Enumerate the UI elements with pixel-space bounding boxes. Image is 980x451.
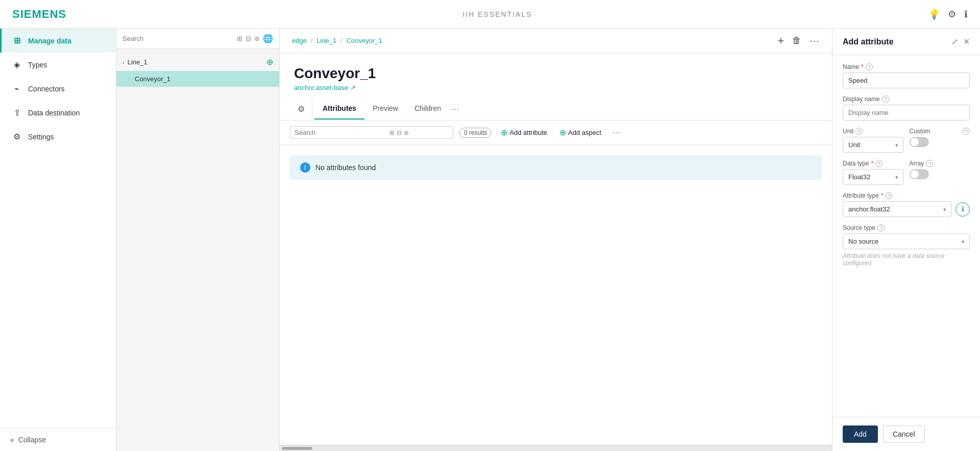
tab-preview[interactable]: Preview	[364, 98, 406, 120]
add-attribute-button[interactable]: ⊕ Add attribute	[498, 126, 550, 139]
collapse-cols-icon: ⊟	[397, 129, 402, 136]
add-aspect-button[interactable]: ⊕ Add aspect	[556, 126, 604, 139]
form-section: Name * ? Display name ? Unit	[832, 55, 980, 275]
attr-type-select-wrap: anchor.float32 anchor.int32 anchor.strin…	[843, 201, 951, 217]
breadcrumb-line1[interactable]: Line_1	[316, 37, 336, 44]
unit-custom-row: Unit ? Unit ▾ Custom ?	[843, 128, 970, 153]
tree-item-line1[interactable]: ‹ Line_1 ⊕	[116, 53, 279, 71]
asset-subtitle[interactable]: anchor.asset-base ↗	[294, 84, 818, 91]
plus-icon-2: ⊕	[559, 128, 566, 137]
datatype-field-row: Data type * ? Float32 Int32 String Bool …	[843, 160, 903, 185]
collapse-icon[interactable]: ⊟	[246, 35, 251, 42]
settings-icon[interactable]: ⚙	[948, 9, 956, 20]
unit-select[interactable]: Unit	[843, 137, 903, 153]
unit-help-icon[interactable]: ?	[855, 128, 863, 135]
topbar-icons: 💡 ⚙ ℹ	[928, 9, 968, 20]
sidebar-item-connectors[interactable]: ⌁ Connectors	[0, 77, 116, 101]
sidebar-label-settings: Settings	[28, 133, 54, 141]
datatype-select[interactable]: Float32 Int32 String Bool Double	[843, 169, 903, 185]
attr-type-select[interactable]: anchor.float32 anchor.int32 anchor.strin…	[843, 201, 951, 217]
source-type-field-row: Source type ? No source Connector Rule ▾…	[843, 224, 970, 267]
panel-cancel-button[interactable]: Cancel	[883, 425, 925, 443]
datatype-required: *	[871, 160, 873, 167]
attributes-toolbar: ⊞ ⊟ ⊛ 0 results ⊕ Add attribute ⊕ Add as…	[280, 121, 832, 145]
attr-search-input[interactable]	[295, 129, 386, 136]
chevron-icon: ‹	[122, 59, 125, 65]
name-help-icon[interactable]: ?	[866, 63, 873, 70]
tree-item-label: Line_1	[128, 58, 148, 66]
asset-header: Conveyor_1 anchor.asset-base ↗	[280, 53, 832, 98]
sidebar-label-manage-data: Manage data	[28, 37, 71, 45]
display-name-label: Display name ?	[843, 96, 970, 103]
scrollbar-handle[interactable]	[282, 447, 312, 450]
tree-search-icons: ⊞ ⊟ ⊛	[237, 35, 260, 42]
array-help-icon[interactable]: ?	[926, 160, 933, 167]
tab-gear-icon[interactable]: ⚙	[290, 98, 312, 120]
custom-toggle[interactable]	[910, 137, 929, 147]
more-options-button[interactable]: ···	[810, 35, 820, 46]
tab-children[interactable]: Children	[406, 98, 449, 120]
sidebar-item-manage-data[interactable]: ⊞ Manage data	[0, 29, 116, 53]
tree-items: ‹ Line_1 ⊕ Conveyor_1	[116, 49, 279, 451]
chevron-left-icon: «	[10, 436, 14, 444]
unit-label: Unit ?	[843, 128, 903, 135]
sidebar-item-types[interactable]: ◈ Types	[0, 53, 116, 77]
breadcrumb-edge[interactable]: edge	[292, 37, 307, 44]
sidebar-collapse-button[interactable]: « Collapse	[0, 428, 116, 451]
unit-select-wrap: Unit ▾	[843, 137, 903, 153]
custom-toggle-slider	[910, 137, 929, 147]
filter-icon[interactable]: ⊛	[254, 35, 260, 42]
breadcrumb-conveyor1[interactable]: Conveyor_1	[347, 37, 382, 44]
data-destination-icon: ⇪	[12, 108, 22, 117]
custom-help-icon[interactable]: ?	[963, 128, 970, 135]
datatype-label: Data type * ?	[843, 160, 903, 167]
expand-panel-icon[interactable]: ⤢	[951, 37, 958, 46]
lightbulb-icon[interactable]: 💡	[928, 9, 940, 20]
tree-search-input[interactable]	[122, 35, 234, 42]
name-required: *	[861, 63, 864, 70]
tree-add-icon[interactable]: ⊕	[266, 57, 273, 67]
tab-attributes[interactable]: Attributes	[314, 98, 364, 120]
toolbar-more-button[interactable]: ···	[612, 127, 620, 138]
display-name-help-icon[interactable]: ?	[882, 96, 889, 103]
delete-button[interactable]: 🗑	[792, 35, 801, 46]
globe-icon[interactable]: 🌐	[263, 34, 273, 43]
display-name-input[interactable]	[843, 105, 970, 121]
datatype-help-icon[interactable]: ?	[875, 160, 883, 167]
add-attribute-panel: Add attribute ⤢ ✕ Name * ? Display name	[832, 29, 980, 451]
attr-type-info-button[interactable]: ℹ	[955, 202, 970, 217]
tree-item-conveyor1[interactable]: Conveyor_1	[116, 71, 279, 87]
content-scrollbar[interactable]	[280, 445, 832, 451]
source-type-select[interactable]: No source Connector Rule	[843, 233, 970, 249]
sidebar-item-settings[interactable]: ⚙ Settings	[0, 125, 116, 149]
add-button[interactable]: +	[777, 34, 784, 48]
source-note: Attribute does not have a data source co…	[843, 252, 970, 267]
panel-add-button[interactable]: Add	[843, 425, 878, 443]
content-scroll-area: i No attributes found	[280, 145, 832, 445]
siemens-logo: SIEMENS	[12, 8, 66, 21]
custom-field-row: Custom ?	[910, 128, 970, 153]
manage-data-icon: ⊞	[12, 36, 22, 45]
expand-icon[interactable]: ⊞	[237, 35, 242, 42]
main-layout: ⊞ Manage data ◈ Types ⌁ Connectors ⇪ Dat…	[0, 29, 980, 451]
array-toggle[interactable]	[910, 169, 929, 179]
name-input[interactable]	[843, 73, 970, 88]
name-label: Name * ?	[843, 63, 970, 70]
tree-child-label: Conveyor_1	[135, 75, 170, 83]
display-name-field-row: Display name ?	[843, 96, 970, 121]
app-title: IIH ESSENTIALS	[462, 10, 532, 18]
add-aspect-label: Add aspect	[568, 129, 601, 136]
collapse-label: Collapse	[18, 436, 46, 444]
tab-more-button[interactable]: ···	[451, 104, 459, 114]
tabs-bar: ⚙ Attributes Preview Children ···	[280, 98, 832, 121]
close-panel-icon[interactable]: ✕	[963, 37, 970, 46]
attr-type-wrap: anchor.float32 anchor.int32 anchor.strin…	[843, 201, 970, 217]
breadcrumb-sep-1: /	[311, 37, 312, 44]
attr-search-wrap: ⊞ ⊟ ⊛	[290, 126, 453, 139]
attr-type-help-icon[interactable]: ?	[885, 192, 892, 199]
plus-icon: ⊕	[501, 128, 507, 137]
source-type-help-icon[interactable]: ?	[877, 224, 885, 231]
info-icon[interactable]: ℹ	[964, 9, 968, 20]
sidebar-item-data-destination[interactable]: ⇪ Data destination	[0, 101, 116, 125]
panel-header: Add attribute ⤢ ✕	[832, 29, 980, 55]
